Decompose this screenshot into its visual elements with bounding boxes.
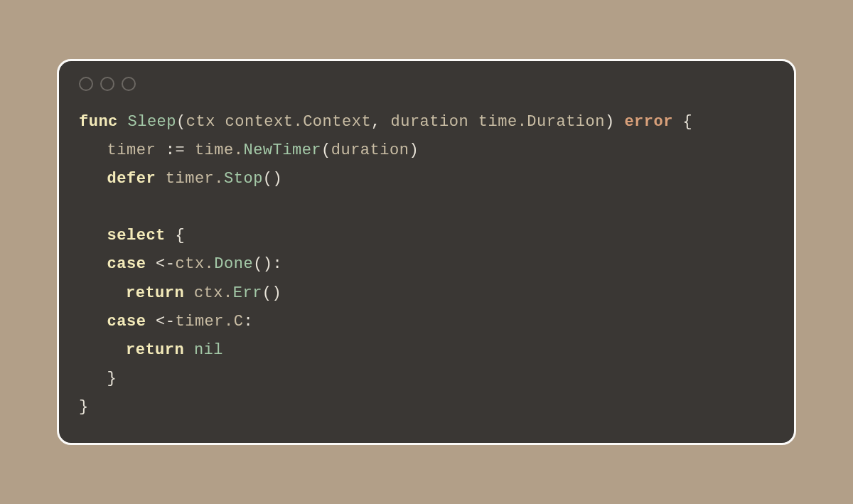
code-line: }	[79, 370, 117, 387]
return-type: error	[624, 113, 673, 131]
param-name: duration	[391, 113, 469, 131]
nil-literal: nil	[194, 341, 223, 359]
package-ref: time.	[195, 141, 244, 159]
keyword-defer: defer	[107, 170, 156, 188]
param-type: time.Duration	[478, 113, 605, 131]
channel-op: <-	[156, 255, 175, 273]
close-icon[interactable]	[79, 77, 93, 91]
code-line: select {	[79, 227, 185, 245]
function-name: Sleep	[128, 113, 177, 131]
field: C	[234, 313, 244, 331]
parens: ()	[253, 255, 272, 273]
rbrace: }	[107, 370, 117, 387]
maximize-icon[interactable]	[122, 77, 136, 91]
code-line: return nil	[79, 341, 223, 359]
param-type: context.Context	[225, 113, 372, 131]
parens: ()	[262, 284, 281, 302]
keyword-case: case	[107, 313, 146, 331]
lparen: (	[176, 113, 186, 131]
keyword-case: case	[107, 255, 146, 273]
code-block: func Sleep(ctx context.Context, duration…	[59, 97, 794, 442]
code-line: func Sleep(ctx context.Context, duration…	[79, 113, 692, 131]
keyword-return: return	[126, 341, 184, 359]
code-line: case <-ctx.Done():	[79, 255, 282, 273]
code-line: case <-timer.C:	[79, 313, 253, 331]
window-titlebar	[59, 61, 794, 97]
rparen: )	[409, 141, 419, 159]
terminal-window: func Sleep(ctx context.Context, duration…	[57, 59, 796, 444]
receiver: ctx.	[194, 284, 233, 302]
channel-op: <-	[156, 313, 175, 331]
code-line: timer := time.NewTimer(duration)	[79, 141, 419, 159]
colon: :	[243, 313, 253, 331]
keyword-select: select	[107, 227, 166, 245]
assign-op: :=	[166, 141, 185, 159]
code-line: return ctx.Err()	[79, 284, 281, 302]
comma: ,	[371, 113, 390, 131]
call-name: Done	[214, 255, 253, 273]
parens: ()	[263, 170, 282, 188]
call-name: NewTimer	[243, 141, 321, 159]
call-name: Err	[233, 284, 262, 302]
receiver: ctx.	[176, 255, 215, 273]
minimize-icon[interactable]	[100, 77, 114, 91]
variable: timer	[107, 141, 156, 159]
colon: :	[273, 255, 283, 273]
receiver: timer.	[166, 170, 224, 188]
rbrace: }	[79, 398, 89, 416]
param-name: ctx	[186, 113, 215, 131]
lbrace: {	[683, 113, 693, 131]
receiver: timer.	[176, 313, 234, 331]
lparen: (	[321, 141, 331, 159]
lbrace: {	[176, 227, 186, 245]
code-line: defer timer.Stop()	[79, 170, 282, 188]
call-name: Stop	[224, 170, 263, 188]
rparen: )	[605, 113, 615, 131]
keyword-func: func	[79, 113, 118, 131]
code-line: }	[79, 398, 89, 416]
keyword-return: return	[126, 284, 184, 302]
argument: duration	[331, 141, 409, 159]
